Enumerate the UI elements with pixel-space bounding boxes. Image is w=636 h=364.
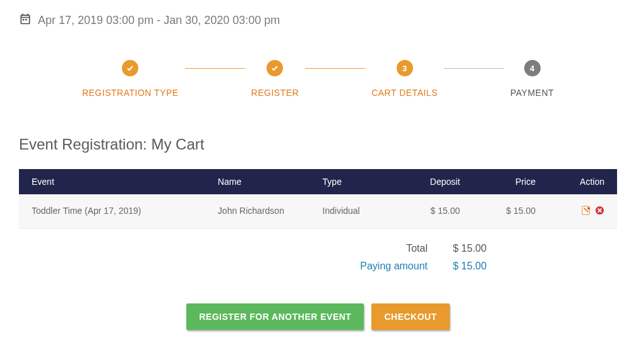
step-label: REGISTER — [251, 88, 299, 98]
checkout-button[interactable]: CHECKOUT — [371, 303, 449, 330]
step-payment: 4 PAYMENT — [510, 60, 554, 98]
check-icon — [122, 60, 138, 76]
step-connector — [305, 68, 365, 69]
step-registration-type[interactable]: REGISTRATION TYPE — [82, 60, 179, 98]
step-label: CART DETAILS — [371, 88, 438, 98]
col-action: Action — [548, 169, 617, 194]
paying-amount-label: Paying amount — [345, 261, 428, 272]
col-name: Name — [205, 169, 310, 194]
step-label: REGISTRATION TYPE — [82, 88, 179, 98]
cell-event: Toddler Time (Apr 17, 2019) — [19, 194, 205, 229]
cell-action — [548, 194, 617, 229]
edit-icon[interactable] — [582, 206, 591, 215]
calendar-icon — [19, 13, 32, 28]
col-deposit: Deposit — [396, 169, 472, 194]
delete-icon[interactable] — [595, 206, 604, 215]
progress-stepper: REGISTRATION TYPE REGISTER 3 CART DETAIL… — [85, 60, 552, 98]
step-label: PAYMENT — [510, 88, 554, 98]
paying-amount-row: Paying amount $ 15.00 — [19, 261, 497, 272]
totals-block: Total $ 15.00 Paying amount $ 15.00 — [19, 243, 617, 272]
total-row: Total $ 15.00 — [19, 243, 497, 254]
step-number: 4 — [524, 60, 541, 76]
col-event: Event — [19, 169, 205, 194]
cell-price: $ 15.00 — [472, 194, 548, 229]
table-row: Toddler Time (Apr 17, 2019) John Richard… — [19, 194, 617, 229]
step-connector — [444, 68, 504, 69]
col-type: Type — [310, 169, 397, 194]
cart-table: Event Name Type Deposit Price Action Tod… — [19, 169, 617, 229]
table-header-row: Event Name Type Deposit Price Action — [19, 169, 617, 194]
step-connector — [185, 68, 245, 69]
total-value: $ 15.00 — [453, 243, 497, 254]
total-label: Total — [345, 243, 428, 254]
register-another-event-button[interactable]: REGISTER FOR ANOTHER EVENT — [186, 303, 364, 330]
cell-type: Individual — [310, 194, 397, 229]
step-cart-details[interactable]: 3 CART DETAILS — [371, 60, 438, 98]
page-title: Event Registration: My Cart — [19, 136, 617, 153]
date-range-text: Apr 17, 2019 03:00 pm - Jan 30, 2020 03:… — [38, 14, 280, 27]
check-icon — [267, 60, 283, 76]
button-row: REGISTER FOR ANOTHER EVENT CHECKOUT — [19, 303, 617, 330]
step-number: 3 — [397, 60, 413, 76]
date-range-bar: Apr 17, 2019 03:00 pm - Jan 30, 2020 03:… — [19, 13, 617, 28]
cell-deposit: $ 15.00 — [396, 194, 472, 229]
col-price: Price — [472, 169, 548, 194]
paying-amount-value: $ 15.00 — [453, 261, 497, 272]
cell-name: John Richardson — [205, 194, 310, 229]
step-register[interactable]: REGISTER — [251, 60, 299, 98]
